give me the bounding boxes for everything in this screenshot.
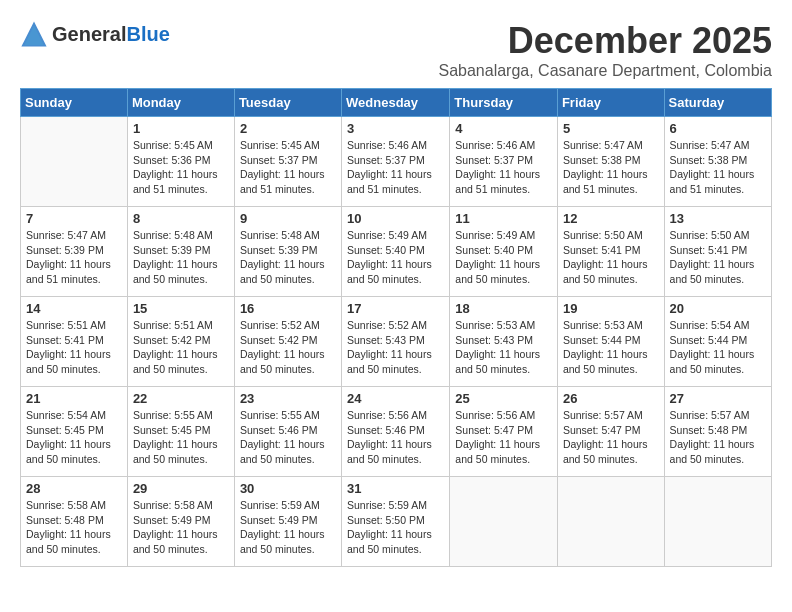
- day-info: Sunrise: 5:45 AMSunset: 5:37 PMDaylight:…: [240, 138, 336, 197]
- weekday-header: Friday: [557, 89, 664, 117]
- calendar-day-cell: 17Sunrise: 5:52 AMSunset: 5:43 PMDayligh…: [342, 297, 450, 387]
- day-info: Sunrise: 5:58 AMSunset: 5:49 PMDaylight:…: [133, 498, 229, 557]
- calendar-day-cell: 30Sunrise: 5:59 AMSunset: 5:49 PMDayligh…: [234, 477, 341, 567]
- day-number: 31: [347, 481, 444, 496]
- day-number: 29: [133, 481, 229, 496]
- day-info: Sunrise: 5:47 AMSunset: 5:38 PMDaylight:…: [563, 138, 659, 197]
- calendar-day-cell: 19Sunrise: 5:53 AMSunset: 5:44 PMDayligh…: [557, 297, 664, 387]
- day-info: Sunrise: 5:54 AMSunset: 5:45 PMDaylight:…: [26, 408, 122, 467]
- day-number: 14: [26, 301, 122, 316]
- day-info: Sunrise: 5:57 AMSunset: 5:48 PMDaylight:…: [670, 408, 766, 467]
- page-header: GeneralBlue December 2025 Sabanalarga, C…: [20, 20, 772, 80]
- day-number: 4: [455, 121, 552, 136]
- day-number: 10: [347, 211, 444, 226]
- calendar-day-cell: [664, 477, 771, 567]
- calendar-day-cell: 29Sunrise: 5:58 AMSunset: 5:49 PMDayligh…: [127, 477, 234, 567]
- calendar-day-cell: 15Sunrise: 5:51 AMSunset: 5:42 PMDayligh…: [127, 297, 234, 387]
- day-info: Sunrise: 5:50 AMSunset: 5:41 PMDaylight:…: [670, 228, 766, 287]
- weekday-header: Monday: [127, 89, 234, 117]
- day-number: 26: [563, 391, 659, 406]
- day-number: 11: [455, 211, 552, 226]
- day-number: 3: [347, 121, 444, 136]
- calendar-header-row: SundayMondayTuesdayWednesdayThursdayFrid…: [21, 89, 772, 117]
- day-number: 6: [670, 121, 766, 136]
- title-section: December 2025 Sabanalarga, Casanare Depa…: [438, 20, 772, 80]
- day-number: 1: [133, 121, 229, 136]
- day-info: Sunrise: 5:59 AMSunset: 5:49 PMDaylight:…: [240, 498, 336, 557]
- day-info: Sunrise: 5:45 AMSunset: 5:36 PMDaylight:…: [133, 138, 229, 197]
- calendar-day-cell: 7Sunrise: 5:47 AMSunset: 5:39 PMDaylight…: [21, 207, 128, 297]
- logo-icon: [20, 20, 48, 48]
- day-number: 21: [26, 391, 122, 406]
- day-number: 9: [240, 211, 336, 226]
- weekday-header: Sunday: [21, 89, 128, 117]
- day-number: 19: [563, 301, 659, 316]
- day-info: Sunrise: 5:56 AMSunset: 5:46 PMDaylight:…: [347, 408, 444, 467]
- day-number: 25: [455, 391, 552, 406]
- day-number: 28: [26, 481, 122, 496]
- calendar-week-row: 1Sunrise: 5:45 AMSunset: 5:36 PMDaylight…: [21, 117, 772, 207]
- calendar-day-cell: [21, 117, 128, 207]
- calendar-day-cell: 25Sunrise: 5:56 AMSunset: 5:47 PMDayligh…: [450, 387, 558, 477]
- weekday-header: Thursday: [450, 89, 558, 117]
- weekday-header: Tuesday: [234, 89, 341, 117]
- day-info: Sunrise: 5:56 AMSunset: 5:47 PMDaylight:…: [455, 408, 552, 467]
- calendar-day-cell: 6Sunrise: 5:47 AMSunset: 5:38 PMDaylight…: [664, 117, 771, 207]
- location-subtitle: Sabanalarga, Casanare Department, Colomb…: [438, 62, 772, 80]
- day-number: 2: [240, 121, 336, 136]
- calendar-day-cell: 23Sunrise: 5:55 AMSunset: 5:46 PMDayligh…: [234, 387, 341, 477]
- calendar-day-cell: 27Sunrise: 5:57 AMSunset: 5:48 PMDayligh…: [664, 387, 771, 477]
- logo-text: GeneralBlue: [52, 23, 170, 46]
- calendar-day-cell: 10Sunrise: 5:49 AMSunset: 5:40 PMDayligh…: [342, 207, 450, 297]
- calendar-day-cell: 11Sunrise: 5:49 AMSunset: 5:40 PMDayligh…: [450, 207, 558, 297]
- day-info: Sunrise: 5:54 AMSunset: 5:44 PMDaylight:…: [670, 318, 766, 377]
- day-info: Sunrise: 5:57 AMSunset: 5:47 PMDaylight:…: [563, 408, 659, 467]
- calendar-day-cell: 12Sunrise: 5:50 AMSunset: 5:41 PMDayligh…: [557, 207, 664, 297]
- weekday-header: Saturday: [664, 89, 771, 117]
- day-number: 12: [563, 211, 659, 226]
- calendar-day-cell: 16Sunrise: 5:52 AMSunset: 5:42 PMDayligh…: [234, 297, 341, 387]
- day-number: 18: [455, 301, 552, 316]
- day-number: 17: [347, 301, 444, 316]
- day-info: Sunrise: 5:46 AMSunset: 5:37 PMDaylight:…: [347, 138, 444, 197]
- calendar-day-cell: 21Sunrise: 5:54 AMSunset: 5:45 PMDayligh…: [21, 387, 128, 477]
- calendar-table: SundayMondayTuesdayWednesdayThursdayFrid…: [20, 88, 772, 567]
- day-info: Sunrise: 5:55 AMSunset: 5:45 PMDaylight:…: [133, 408, 229, 467]
- day-info: Sunrise: 5:47 AMSunset: 5:38 PMDaylight:…: [670, 138, 766, 197]
- day-info: Sunrise: 5:58 AMSunset: 5:48 PMDaylight:…: [26, 498, 122, 557]
- day-info: Sunrise: 5:48 AMSunset: 5:39 PMDaylight:…: [133, 228, 229, 287]
- day-number: 24: [347, 391, 444, 406]
- calendar-day-cell: 3Sunrise: 5:46 AMSunset: 5:37 PMDaylight…: [342, 117, 450, 207]
- calendar-day-cell: 20Sunrise: 5:54 AMSunset: 5:44 PMDayligh…: [664, 297, 771, 387]
- day-info: Sunrise: 5:50 AMSunset: 5:41 PMDaylight:…: [563, 228, 659, 287]
- calendar-day-cell: [557, 477, 664, 567]
- day-number: 30: [240, 481, 336, 496]
- calendar-day-cell: 14Sunrise: 5:51 AMSunset: 5:41 PMDayligh…: [21, 297, 128, 387]
- day-info: Sunrise: 5:47 AMSunset: 5:39 PMDaylight:…: [26, 228, 122, 287]
- calendar-day-cell: 5Sunrise: 5:47 AMSunset: 5:38 PMDaylight…: [557, 117, 664, 207]
- weekday-header: Wednesday: [342, 89, 450, 117]
- calendar-day-cell: 26Sunrise: 5:57 AMSunset: 5:47 PMDayligh…: [557, 387, 664, 477]
- calendar-day-cell: 28Sunrise: 5:58 AMSunset: 5:48 PMDayligh…: [21, 477, 128, 567]
- day-number: 15: [133, 301, 229, 316]
- calendar-week-row: 21Sunrise: 5:54 AMSunset: 5:45 PMDayligh…: [21, 387, 772, 477]
- logo-blue: Blue: [126, 23, 169, 45]
- day-number: 16: [240, 301, 336, 316]
- day-info: Sunrise: 5:55 AMSunset: 5:46 PMDaylight:…: [240, 408, 336, 467]
- day-info: Sunrise: 5:49 AMSunset: 5:40 PMDaylight:…: [455, 228, 552, 287]
- calendar-day-cell: 8Sunrise: 5:48 AMSunset: 5:39 PMDaylight…: [127, 207, 234, 297]
- day-number: 13: [670, 211, 766, 226]
- calendar-day-cell: 18Sunrise: 5:53 AMSunset: 5:43 PMDayligh…: [450, 297, 558, 387]
- day-info: Sunrise: 5:59 AMSunset: 5:50 PMDaylight:…: [347, 498, 444, 557]
- day-info: Sunrise: 5:53 AMSunset: 5:44 PMDaylight:…: [563, 318, 659, 377]
- day-number: 5: [563, 121, 659, 136]
- calendar-day-cell: 13Sunrise: 5:50 AMSunset: 5:41 PMDayligh…: [664, 207, 771, 297]
- day-info: Sunrise: 5:52 AMSunset: 5:43 PMDaylight:…: [347, 318, 444, 377]
- calendar-day-cell: 31Sunrise: 5:59 AMSunset: 5:50 PMDayligh…: [342, 477, 450, 567]
- calendar-week-row: 7Sunrise: 5:47 AMSunset: 5:39 PMDaylight…: [21, 207, 772, 297]
- month-title: December 2025: [438, 20, 772, 62]
- logo-general: General: [52, 23, 126, 45]
- calendar-day-cell: [450, 477, 558, 567]
- day-info: Sunrise: 5:53 AMSunset: 5:43 PMDaylight:…: [455, 318, 552, 377]
- day-number: 20: [670, 301, 766, 316]
